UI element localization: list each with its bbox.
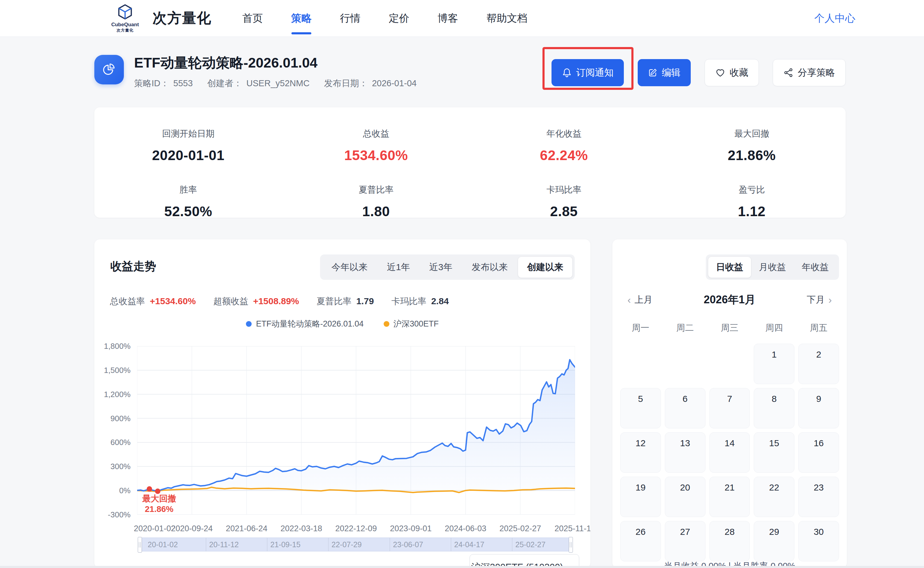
nav-item-market[interactable]: 行情: [340, 0, 360, 37]
calendar-day[interactable]: 19: [620, 477, 661, 517]
calendar-day[interactable]: 15: [754, 432, 794, 473]
stat-total-return: 总收益1534.60%: [282, 128, 470, 163]
subscribe-label: 订阅通知: [576, 66, 613, 79]
calendar-day[interactable]: 23: [798, 477, 839, 517]
calendar-day[interactable]: 22: [754, 477, 794, 517]
chart-metrics: 总收益率+1534.60% 超额收益+1508.89% 夏普比率1.79 卡玛比…: [110, 295, 449, 308]
edit-label: 编辑: [662, 66, 680, 79]
calendar-day[interactable]: 26: [620, 521, 661, 561]
calendar-day[interactable]: 12: [620, 432, 661, 473]
meta-creator-label: 创建者：: [207, 79, 242, 88]
calendar-day[interactable]: 20: [665, 477, 705, 517]
brand-name: 次方量化: [152, 9, 211, 28]
brand-logo[interactable]: CubeQuant 次方量化: [106, 3, 145, 33]
brush-handle-right[interactable]: [569, 537, 573, 553]
calendar-day[interactable]: 14: [709, 432, 750, 473]
stat-sharpe: 夏普比率1.80: [282, 184, 470, 219]
strategy-header: ETF动量轮动策略-2026.01.04 策略ID：5553 创建者：USER_…: [94, 55, 846, 91]
calendar-day[interactable]: 29: [754, 521, 794, 561]
meta-publish-label: 发布日期：: [324, 79, 368, 88]
page-bottom-divider: [0, 566, 924, 568]
stat-backtest-start: 回测开始日期2020-01-01: [94, 128, 282, 163]
favorite-label: 收藏: [730, 66, 748, 79]
range-tab-1y[interactable]: 近1年: [378, 257, 419, 278]
calendar-day[interactable]: 2: [798, 344, 839, 384]
calendar-day[interactable]: 27: [665, 521, 705, 561]
edit-button[interactable]: 编辑: [638, 59, 691, 86]
metric-total-return: 总收益率+1534.60%: [110, 295, 196, 308]
prev-month-button[interactable]: ‹上月: [627, 294, 653, 306]
user-center-link[interactable]: 个人中心: [814, 11, 855, 25]
metric-excess-return: 超额收益+1508.89%: [213, 295, 299, 308]
brush-handle-left[interactable]: [138, 537, 142, 553]
legend-dot-strategy: [246, 321, 252, 327]
calendar-grid: 1 2 5 6 7 8 9 12 13 14 15 16 19 20 21 22…: [620, 344, 839, 561]
cube-logo-icon: [116, 3, 134, 22]
legend-strategy[interactable]: ETF动量轮动策略-2026.01.04: [246, 318, 363, 329]
y-axis-labels: 1,800%1,500% 1,200%900% 600%300% 0%-300%: [94, 346, 133, 515]
top-navbar: CubeQuant 次方量化 次方量化 首页 策略 行情 定价 博客 帮助文档 …: [0, 0, 924, 37]
x-axis-labels: 2020-01-022020-09-24 2021-06-242022-03-1…: [137, 524, 575, 536]
page-title: ETF动量轮动策略-2026.01.04: [134, 55, 421, 71]
calendar-month-title: 2026年1月: [704, 292, 755, 307]
legend-benchmark[interactable]: 沪深300ETF: [384, 318, 439, 329]
performance-line-chart[interactable]: [137, 346, 575, 515]
calendar-day[interactable]: 9: [798, 388, 839, 428]
strategy-avatar: [94, 55, 124, 85]
share-label: 分享策略: [798, 66, 835, 79]
calendar-day[interactable]: 28: [709, 521, 750, 561]
subscribe-button[interactable]: 订阅通知: [552, 59, 624, 86]
logo-subcaption: 次方量化: [117, 28, 134, 33]
next-month-button[interactable]: 下月›: [807, 294, 832, 306]
metric-sharpe: 夏普比率1.79: [317, 295, 374, 308]
return-trend-card: 收益走势 今年以来 近1年 近3年 发布以来 创建以来 总收益率+1534.60…: [94, 239, 590, 568]
nav-item-docs[interactable]: 帮助文档: [487, 0, 528, 37]
calendar-day[interactable]: 30: [798, 521, 839, 561]
nav-item-strategy[interactable]: 策略: [291, 0, 312, 37]
nav-menu: 首页 策略 行情 定价 博客 帮助文档: [242, 0, 528, 37]
range-tab-ytd[interactable]: 今年以来: [323, 257, 377, 278]
edit-icon: [648, 68, 657, 77]
calendar-day[interactable]: 13: [665, 432, 705, 473]
metric-calmar: 卡玛比率2.84: [392, 295, 449, 308]
calendar-nav: ‹上月 2026年1月 下月›: [627, 292, 832, 307]
meta-id-label: 策略ID：: [134, 79, 169, 88]
nav-item-pricing[interactable]: 定价: [389, 0, 409, 37]
tab-monthly-return[interactable]: 月收益: [751, 257, 794, 278]
calendar-day[interactable]: 6: [665, 388, 705, 428]
calendar-day[interactable]: 1: [754, 344, 794, 384]
range-tabs: 今年以来 近1年 近3年 发布以来 创建以来: [320, 254, 575, 280]
calendar-day[interactable]: 5: [620, 388, 661, 428]
header-actions: 订阅通知 编辑 收藏 分享策略: [552, 55, 846, 86]
nav-item-blog[interactable]: 博客: [437, 0, 458, 37]
tab-yearly-return[interactable]: 年收益: [794, 257, 837, 278]
strategy-meta: 策略ID：5553 创建者：USER_y52NMC 发布日期：2026-01-0…: [134, 77, 421, 89]
stat-profit-loss-ratio: 盈亏比1.12: [658, 184, 846, 219]
favorite-button[interactable]: 收藏: [705, 59, 759, 86]
range-tab-3y[interactable]: 近3年: [420, 257, 461, 278]
nav-item-home[interactable]: 首页: [242, 0, 263, 37]
chart-legend: ETF动量轮动策略-2026.01.04 沪深300ETF: [94, 318, 590, 329]
heart-icon: [715, 68, 725, 78]
max-drawdown-annotation: 最大回撤 21.86%: [125, 493, 194, 514]
date-range-brush[interactable]: 20-01-02 20-11-12 21-09-15 22-07-29 23-0…: [140, 538, 571, 551]
logo-caption: CubeQuant: [111, 22, 139, 28]
calendar-day[interactable]: 7: [709, 388, 750, 428]
pie-chart-icon: [102, 62, 117, 77]
stat-win-rate: 胜率52.50%: [94, 184, 282, 219]
stat-max-drawdown: 最大回撤21.86%: [658, 128, 846, 163]
calendar-day[interactable]: 21: [709, 477, 750, 517]
legend-dot-benchmark: [384, 321, 389, 327]
calendar-tabs: 日收益 月收益 年收益: [706, 254, 839, 280]
share-button[interactable]: 分享策略: [773, 59, 846, 86]
meta-publish-value: 2026-01-04: [372, 79, 416, 88]
tab-daily-return[interactable]: 日收益: [708, 257, 751, 278]
calendar-weekday-header: 周一周二 周三周四 周五: [620, 322, 839, 334]
range-tab-since-publish[interactable]: 发布以来: [463, 257, 517, 278]
range-tab-since-create[interactable]: 创建以来: [518, 257, 572, 278]
calendar-day[interactable]: 16: [798, 432, 839, 473]
share-icon: [783, 68, 793, 78]
calendar-day[interactable]: 8: [754, 388, 794, 428]
return-calendar-card: 日收益 月收益 年收益 ‹上月 2026年1月 下月› 周一周二 周三周四 周五…: [612, 239, 847, 568]
meta-creator-value: USER_y52NMC: [247, 79, 310, 88]
